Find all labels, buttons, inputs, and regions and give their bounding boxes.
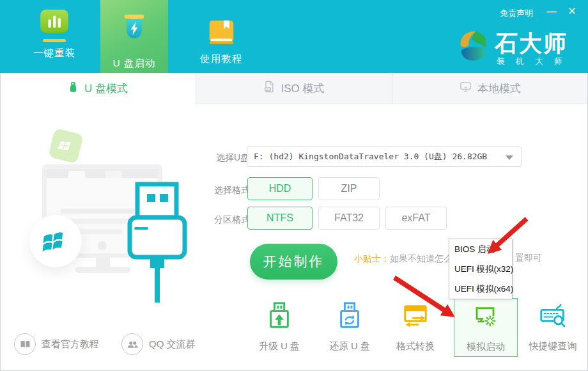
partition-option-fat32[interactable]: FAT32 — [318, 207, 380, 230]
monitor-base — [75, 267, 130, 273]
tip-text: 小贴士：如果不知道怎么配 — [354, 253, 461, 265]
usb-drive-icon — [68, 81, 79, 96]
disclaimer-link[interactable]: 免责声明 — [500, 8, 533, 19]
partition-option-exfat[interactable]: exFAT — [385, 207, 447, 230]
tool-label: 还原 U 盘 — [329, 340, 370, 352]
minimize-button[interactable]: — — [545, 5, 559, 18]
partition-option-ntfs[interactable]: NTFS — [247, 207, 313, 230]
tip-label: 小贴士： — [354, 253, 390, 264]
top-tab-label: U 盘启动 — [113, 57, 156, 70]
window-border-left — [0, 73, 1, 371]
partition-label: 分区格式: — [214, 214, 252, 226]
brand-subtitle: 装 机 大 师 — [497, 56, 566, 67]
hotkey-search-icon — [538, 301, 568, 333]
mode-tab-label: 本地模式 — [477, 81, 521, 96]
tool-hotkey-search[interactable]: 快捷键查询 — [521, 298, 585, 357]
format-option-zip[interactable]: ZIP — [318, 177, 380, 200]
tab-usb-boot[interactable]: U 盘启动 — [100, 0, 168, 73]
mode-tab-iso[interactable]: ISO ISO 模式 — [196, 73, 392, 104]
usb-restore-icon — [335, 301, 364, 333]
tool-upgrade-usb[interactable]: 升级 U 盘 — [247, 298, 311, 357]
tab-tutorial[interactable]: 使用教程 — [188, 19, 254, 66]
iso-file-icon: ISO — [263, 81, 275, 96]
boot-mode-menu: BIOS 启动 UEFI 模拟(x32) UEFI 模拟(x64) — [449, 239, 513, 299]
tip-body-right: 置即可 — [515, 253, 542, 264]
windows-tile-icon — [48, 128, 84, 164]
open-book-icon — [14, 333, 36, 355]
top-tab-label: 一键重装 — [33, 47, 75, 60]
top-tab-label: 使用教程 — [200, 52, 242, 66]
menu-item-uefi-x64[interactable]: UEFI 模拟(x64) — [449, 279, 512, 299]
menu-item-bios-boot[interactable]: BIOS 启动 — [449, 239, 512, 259]
tool-label: 模拟启动 — [467, 341, 505, 353]
mode-tab-label: U 盘模式 — [84, 81, 128, 96]
tool-label: 格式转换 — [396, 340, 435, 352]
footer-link-label: 查看官方教程 — [42, 338, 99, 351]
menu-item-uefi-x32[interactable]: UEFI 模拟(x32) — [449, 259, 512, 279]
mode-tab-label: ISO 模式 — [281, 81, 324, 96]
qq-group-link[interactable]: QQ 交流群 — [121, 333, 196, 355]
tool-label: 快捷键查询 — [529, 340, 577, 352]
mode-tab-row: U 盘模式 ISO ISO 模式 本地模式 — [0, 73, 588, 104]
tool-label: 升级 U 盘 — [259, 340, 300, 352]
usb-select-value: F: (hd2) KingstonDataTraveler 3.0 (U盘) 2… — [254, 152, 487, 161]
brand-name: 石大师 — [495, 28, 568, 59]
tool-simulate-boot[interactable]: 模拟启动 — [454, 298, 518, 357]
monitor-stand — [96, 258, 110, 267]
simulate-boot-icon — [471, 302, 500, 334]
tool-restore-usb[interactable]: 还原 U 盘 — [318, 298, 382, 357]
app-window: 一键重装 U 盘启动 使用教程 免责声明 — [0, 0, 588, 371]
format-convert-icon — [401, 301, 430, 333]
usb-plug-illustration — [127, 181, 188, 305]
format-label: 选择格式: — [214, 185, 252, 196]
tab-one-key-reinstall[interactable]: 一键重装 — [21, 9, 88, 60]
usb-upgrade-icon — [265, 301, 294, 333]
official-tutorial-link[interactable]: 查看官方教程 — [14, 333, 99, 355]
mode-tab-usb[interactable]: U 盘模式 — [0, 73, 196, 104]
svg-text:ISO: ISO — [266, 88, 270, 91]
mode-tab-local[interactable]: 本地模式 — [392, 73, 588, 104]
start-make-button[interactable]: 开始制作 — [250, 244, 337, 280]
bar-chart-icon — [40, 9, 69, 36]
windows-badge-icon — [29, 215, 82, 267]
shield-bolt-icon — [120, 13, 148, 46]
close-button[interactable]: ✕ — [565, 5, 579, 18]
people-icon — [121, 333, 143, 355]
footer-link-label: QQ 交流群 — [149, 338, 196, 351]
usb-select[interactable]: F: (hd2) KingstonDataTraveler 3.0 (U盘) 2… — [247, 146, 522, 167]
book-icon — [207, 19, 236, 49]
monitor-icon — [460, 81, 472, 96]
format-option-hdd[interactable]: HDD — [247, 177, 313, 200]
brand-logo-icon — [455, 27, 491, 65]
tool-format-convert[interactable]: 格式转换 — [383, 298, 447, 357]
chevron-down-icon — [506, 155, 513, 160]
shelf-bar-icon — [43, 39, 66, 42]
